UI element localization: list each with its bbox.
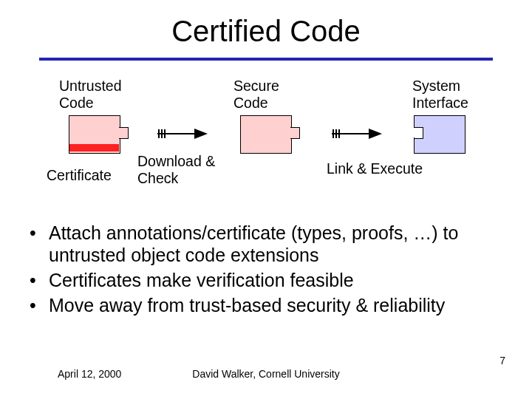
bullet-text: Attach annotations/certificate (types, p… bbox=[49, 222, 502, 266]
footer-author: David Walker, Cornell University bbox=[0, 368, 532, 380]
svg-marker-4 bbox=[194, 129, 208, 139]
shape-secure-tab bbox=[290, 127, 300, 139]
shape-certificate-strip bbox=[69, 144, 119, 151]
slide: Certified Code Untrusted Code Secure Cod… bbox=[0, 0, 532, 399]
bullet-dot: • bbox=[30, 269, 49, 291]
bullet-item: • Certificates make verification feasibl… bbox=[30, 269, 502, 291]
page-number: 7 bbox=[499, 355, 505, 366]
bullet-list: • Attach annotations/certificate (types,… bbox=[30, 222, 502, 319]
shape-system-edge-bot bbox=[414, 137, 415, 152]
label-untrusted-code: Untrusted Code bbox=[59, 78, 122, 112]
shape-system-notch bbox=[414, 127, 423, 139]
arrow-download bbox=[157, 127, 209, 140]
bullet-text: Certificates make verification feasible bbox=[49, 269, 502, 291]
shape-secure-body bbox=[240, 115, 292, 154]
label-certificate: Certificate bbox=[47, 167, 112, 184]
bullet-text: Move away from trust-based security & re… bbox=[49, 294, 502, 316]
slide-title: Certified Code bbox=[0, 15, 532, 48]
shape-system-edge-top bbox=[414, 115, 415, 127]
arrow-link bbox=[332, 127, 383, 140]
label-secure-code: Secure Code bbox=[233, 78, 279, 112]
label-download-check: Download & Check bbox=[137, 153, 215, 187]
shape-untrusted-tab bbox=[119, 127, 129, 139]
svg-marker-9 bbox=[369, 129, 382, 139]
bullet-item: • Move away from trust-based security & … bbox=[30, 294, 502, 316]
bullet-dot: • bbox=[30, 294, 49, 316]
bullet-dot: • bbox=[30, 222, 49, 266]
title-rule bbox=[39, 58, 493, 61]
label-link-execute: Link & Execute bbox=[327, 160, 423, 177]
label-system-interface: System Interface bbox=[412, 78, 468, 112]
bullet-item: • Attach annotations/certificate (types,… bbox=[30, 222, 502, 266]
